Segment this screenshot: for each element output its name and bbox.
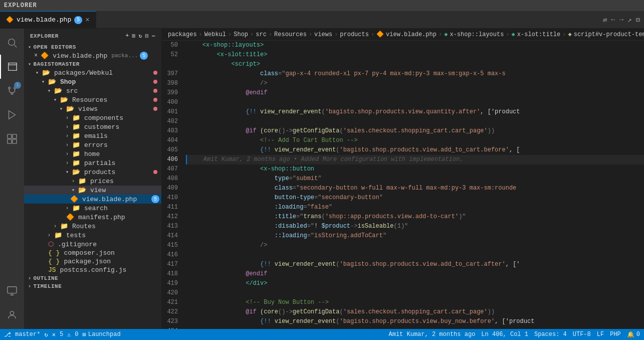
- bc-resources[interactable]: Resources: [274, 31, 307, 38]
- activity-run[interactable]: [0, 103, 24, 127]
- tree-emails[interactable]: › 📁 emails: [24, 131, 161, 140]
- tab-close-icon[interactable]: ×: [85, 16, 89, 24]
- open-editor-item[interactable]: × 🔶 view.blade.php packa... 5: [24, 51, 161, 60]
- bc-sep10: ›: [562, 31, 566, 38]
- bagistomaster-header[interactable]: ▾ BAGISTOMASTER: [24, 60, 161, 68]
- tree-home[interactable]: › 📁 home: [24, 149, 161, 158]
- tree-label: composer.json: [64, 249, 161, 257]
- launchpad-item[interactable]: ⊞ Launchpad: [83, 331, 121, 338]
- notifications-icon[interactable]: 🔔 0: [627, 331, 640, 338]
- activity-search[interactable]: [0, 31, 24, 55]
- language-indicator[interactable]: PHP: [610, 331, 621, 338]
- tree-badge-red: [153, 89, 157, 93]
- line-ending-indicator[interactable]: LF: [597, 331, 604, 338]
- tree-errors[interactable]: › 📁 errors: [24, 140, 161, 149]
- branch-name[interactable]: master*: [15, 331, 40, 338]
- tree-components[interactable]: › 📁 components: [24, 113, 161, 122]
- bc-xslot[interactable]: x-slot:title: [517, 31, 560, 38]
- tree-prices[interactable]: › 📁 prices: [24, 177, 161, 186]
- tree-views[interactable]: ▾ 📂 views: [24, 104, 161, 113]
- tree-gitignore[interactable]: › ⬡ .gitignore: [24, 240, 161, 249]
- tree-view-folder[interactable]: ▾ 📂 view: [24, 186, 161, 195]
- folder-icon: 📂: [42, 69, 50, 77]
- tree-package-json[interactable]: › { } package.json: [24, 257, 161, 266]
- split-left-icon[interactable]: ⇄: [603, 16, 607, 24]
- tree-postcss[interactable]: › JS postcss.config.js: [24, 266, 161, 274]
- svg-rect-10: [8, 287, 17, 293]
- refresh-icon[interactable]: ↻: [139, 33, 142, 39]
- new-file-icon[interactable]: +: [125, 33, 129, 39]
- bc-src[interactable]: src: [256, 31, 267, 38]
- folder-icon: 📁: [60, 222, 68, 230]
- encoding-indicator[interactable]: UTF-8: [573, 331, 591, 338]
- svg-marker-5: [9, 111, 16, 119]
- activity-explorer[interactable]: [0, 55, 24, 79]
- tree-customers[interactable]: › 📁 customers: [24, 122, 161, 131]
- bc-sep2: ›: [228, 31, 232, 38]
- open-editor-filename: view.blade.php: [53, 52, 107, 60]
- bc-views[interactable]: views: [314, 31, 332, 38]
- tree-view-blade-php[interactable]: 🔶 view.blade.php 5: [24, 195, 161, 204]
- open-editor-path: packa...: [111, 53, 138, 59]
- activity-source-control[interactable]: 1: [0, 79, 24, 103]
- tree-manifest[interactable]: › 🔶 manifest.php: [24, 213, 161, 222]
- tree-label: src: [66, 87, 151, 95]
- code-container: 50 52 397 398 399 400 401 402 403 404 40…: [162, 41, 644, 329]
- blame-text[interactable]: Amit Kumar, 2 months ago: [389, 331, 476, 338]
- bc-script[interactable]: script#v-product-template: [574, 31, 644, 38]
- tree-partials[interactable]: › 📁 partials: [24, 158, 161, 167]
- outline-header[interactable]: › OUTLINE: [24, 274, 161, 282]
- collapse-all-icon[interactable]: ⊟: [145, 33, 149, 39]
- folder-icon: 📁: [72, 141, 80, 149]
- tree-label: postcss.config.js: [60, 266, 161, 274]
- tree-products[interactable]: ▾ 📂 products: [24, 167, 161, 177]
- tree-badge-red: [153, 71, 157, 75]
- arrow-forward-icon[interactable]: →: [619, 16, 623, 24]
- editor[interactable]: 50 52 397 398 399 400 401 402 403 404 40…: [162, 41, 644, 329]
- warnings-count[interactable]: 0: [75, 331, 78, 338]
- line-col[interactable]: Ln 406, Col 1: [481, 331, 528, 338]
- code-line: <script>: [186, 60, 644, 69]
- tree-shop[interactable]: ▾ 📂 Shop: [24, 77, 161, 86]
- tree-routes[interactable]: › 📁 Routes: [24, 222, 161, 231]
- more-actions-icon[interactable]: ⋯: [152, 33, 155, 39]
- timeline-header[interactable]: › TIMELINE: [24, 282, 161, 290]
- arrow-back-icon[interactable]: ←: [611, 16, 615, 24]
- bc-xshop[interactable]: x-shop::layouts: [450, 31, 504, 38]
- bc-shop[interactable]: Shop: [234, 31, 248, 38]
- bc-packages[interactable]: packages: [168, 31, 197, 38]
- tree-search[interactable]: › 📁 search: [24, 204, 161, 213]
- open-to-side-icon[interactable]: ↗: [627, 16, 631, 24]
- tree-src[interactable]: ▾ 📂 src: [24, 86, 161, 95]
- errors-count[interactable]: 5: [60, 331, 63, 338]
- arrow-icon: ›: [64, 142, 70, 148]
- title-bar: EXPLORER: [0, 0, 644, 11]
- activity-remote[interactable]: [0, 279, 24, 303]
- outline-label: OUTLINE: [34, 275, 59, 281]
- code-line: </div>: [186, 279, 644, 288]
- close-icon[interactable]: ×: [34, 52, 38, 59]
- tree-composer[interactable]: › { } composer.json: [24, 249, 161, 257]
- activity-extensions[interactable]: [0, 127, 24, 151]
- layout-icon[interactable]: ⊟: [636, 16, 640, 24]
- code-line: @if (core()->getConfigData('sales.checko…: [186, 307, 644, 317]
- json-icon: { }: [48, 249, 60, 257]
- tree-packages-webkul[interactable]: ▾ 📂 packages/Webkul: [24, 68, 161, 77]
- open-editors-header[interactable]: ▾ OPEN EDITORS: [24, 43, 161, 51]
- svg-point-11: [10, 311, 14, 315]
- new-folder-icon[interactable]: ⊞: [132, 33, 136, 39]
- bc-file[interactable]: view.blade.php: [386, 31, 437, 38]
- folder-icon: 📁: [54, 231, 62, 239]
- code-line: @if (core()->getConfigData('sales.checko…: [186, 126, 644, 136]
- bc-products[interactable]: products: [340, 31, 369, 38]
- activity-accounts[interactable]: [0, 303, 24, 327]
- spaces-indicator[interactable]: Spaces: 4: [534, 331, 567, 338]
- code-line: />: [186, 79, 644, 88]
- tree-tests[interactable]: › 📁 tests: [24, 231, 161, 240]
- tree-resources[interactable]: ▾ 📂 Resources: [24, 95, 161, 104]
- tab-view-blade[interactable]: 🔶 view.blade.php 5 ×: [0, 11, 96, 28]
- folder-icon: 📁: [72, 123, 80, 131]
- warnings-icon: ⚠: [67, 331, 71, 338]
- bc-webkul[interactable]: Webkul: [204, 31, 226, 38]
- tree-badge-red: [153, 98, 157, 102]
